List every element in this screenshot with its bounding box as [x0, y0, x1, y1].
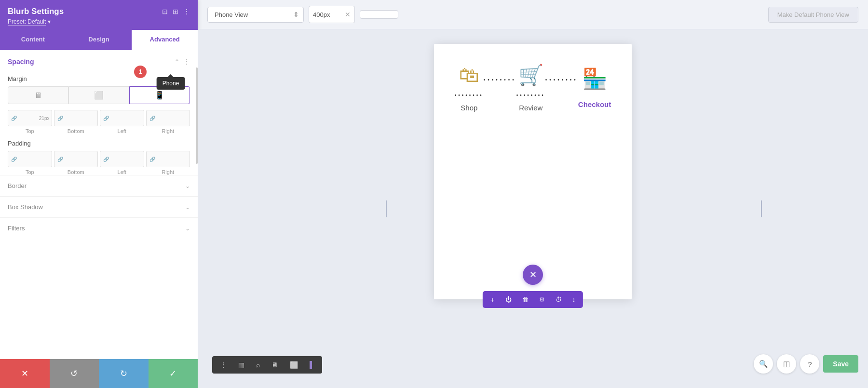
padding-bottom-wrap: 🔗 Bottom [54, 151, 98, 175]
shop-item-shop: 🛍 •••••••• Shop [455, 64, 484, 112]
add-btn[interactable]: + [486, 291, 500, 308]
sidebar: Blurb Settings ⊡ ⊞ ⋮ Preset: Default ▾ C… [0, 0, 198, 388]
toolbar-layout-btn[interactable]: ▦ [232, 356, 250, 374]
desktop-device-btn[interactable]: 🖥 [8, 86, 68, 104]
tablet-device-btn[interactable]: ⬜ [68, 86, 129, 104]
settings-btn[interactable]: ⚙ [534, 292, 550, 308]
toolbar-phone-btn[interactable]: ▌ [304, 356, 320, 374]
cancel-button[interactable]: ✕ [0, 359, 50, 388]
tab-advanced[interactable]: Advanced [132, 30, 198, 50]
border-section[interactable]: Border ⌄ [0, 175, 198, 196]
help-round-btn[interactable]: ? [800, 354, 819, 374]
view-select-wrap: Phone View Tablet View Desktop View ⇕ [207, 7, 304, 23]
shop-label: Shop [461, 104, 477, 112]
phone-device-btn[interactable]: 📱 [129, 86, 190, 104]
padding-bottom-input[interactable]: 🔗 [54, 151, 98, 167]
redo-icon: ↻ [120, 368, 127, 379]
layers-icon: ◫ [783, 360, 790, 368]
margin-left-wrap: 🔗 Left [100, 110, 144, 134]
power-btn[interactable]: ⏻ [501, 292, 516, 308]
width-clear-icon[interactable]: ✕ [345, 11, 351, 18]
section-header-right: 1 Phone ⌃ ⋮ [171, 58, 190, 66]
review-icon: 🛒 [518, 63, 543, 87]
tab-design[interactable]: Design [66, 30, 132, 50]
margin-bottom-wrap: 🔗 Bottom [54, 110, 98, 134]
layers-round-btn[interactable]: ◫ [777, 354, 796, 374]
shop-icons-row: 🛍 •••••••• Shop •••••••• 🛒 •••••••• Revi… [455, 63, 611, 112]
purple-close-button[interactable]: ✕ [523, 265, 543, 285]
margin-bottom-input[interactable]: 🔗 [54, 110, 98, 126]
margin-right-label: Right [162, 128, 174, 134]
padding-inputs: 🔗 Top 🔗 Bottom 🔗 Left 🔗 Right [0, 149, 198, 175]
padding-top-label: Top [26, 169, 34, 175]
border-chevron[interactable]: ⌄ [185, 183, 190, 189]
sidebar-bottom-bar: ✕ ↺ ↻ ✓ [0, 359, 198, 388]
box-shadow-section[interactable]: Box Shadow ⌄ [0, 196, 198, 217]
make-default-button[interactable]: Make Default Phone View [768, 7, 858, 23]
connector-dots-2: •••••••• [545, 77, 578, 98]
padding-right-label: Right [162, 169, 174, 175]
element-toolbar: + ⏻ 🗑 ⚙ ⏱ ↕ [483, 291, 583, 308]
filters-section[interactable]: Filters ⌄ [0, 217, 198, 239]
device-badge[interactable]: 1 [134, 66, 147, 78]
connector-dots-1: •••••••• [484, 77, 516, 98]
close-x-icon: ✕ [529, 269, 537, 280]
spacing-chevron[interactable]: ⌃ [175, 58, 179, 65]
preset-label[interactable]: Preset: Default ▾ [8, 18, 190, 25]
bottom-right-controls: 🔍 ◫ ? Save [754, 354, 858, 374]
padding-bottom-label: Bottom [68, 169, 84, 175]
width-input[interactable] [313, 11, 342, 18]
search-round-btn[interactable]: 🔍 [754, 354, 773, 374]
margin-inputs: 🔗 21px Top 🔗 Bottom 🔗 Left 🔗 [0, 108, 198, 134]
undo-icon: ↺ [70, 368, 78, 379]
more-icon[interactable]: ⋮ [183, 8, 190, 15]
review-dots: •••••••• [516, 93, 545, 98]
device-icons-row: 🖥 ⬜ 📱 [0, 84, 198, 108]
search-icon: 🔍 [759, 360, 768, 368]
padding-top-input[interactable]: 🔗 [8, 151, 52, 167]
resize-btn[interactable]: ↕ [568, 292, 581, 308]
padding-label: Padding [0, 134, 198, 149]
save-button[interactable]: Save [823, 355, 858, 373]
right-resize-handle[interactable] [761, 201, 762, 217]
toolbar-search-btn[interactable]: ⌕ [250, 356, 266, 374]
sidebar-tabs: Content Design Advanced [0, 30, 198, 50]
box-shadow-chevron[interactable]: ⌄ [185, 204, 190, 211]
width-extra-field [360, 10, 398, 19]
shop-dots: •••••••• [455, 93, 484, 98]
spacing-dots[interactable]: ⋮ [183, 58, 190, 66]
padding-right-input[interactable]: 🔗 [146, 151, 190, 167]
confirm-icon: ✓ [169, 368, 176, 379]
left-resize-handle[interactable] [386, 201, 387, 217]
padding-left-label: Left [118, 169, 126, 175]
undo-button[interactable]: ↺ [50, 359, 99, 388]
toolbar-desktop-btn[interactable]: 🖥 [266, 356, 284, 374]
redo-button[interactable]: ↻ [99, 359, 149, 388]
border-title: Border [8, 182, 27, 189]
margin-bottom-label: Bottom [68, 128, 84, 134]
review-label: Review [519, 104, 542, 112]
padding-left-input[interactable]: 🔗 [100, 151, 144, 167]
cancel-icon: ✕ [21, 368, 28, 379]
filters-title: Filters [8, 225, 25, 232]
tab-content[interactable]: Content [0, 30, 66, 50]
bottom-left-toolbar: ⋮ ▦ ⌕ 🖥 ⬜ ▌ [212, 356, 322, 374]
delete-btn[interactable]: 🗑 [517, 292, 533, 308]
margin-left-input[interactable]: 🔗 [100, 110, 144, 126]
padding-left-wrap: 🔗 Left [100, 151, 144, 175]
margin-right-input[interactable]: 🔗 [146, 110, 190, 126]
history-btn[interactable]: ⏱ [551, 292, 567, 308]
view-select[interactable]: Phone View Tablet View Desktop View [207, 7, 304, 23]
filters-chevron[interactable]: ⌄ [185, 225, 190, 232]
padding-top-wrap: 🔗 Top [8, 151, 52, 175]
shop-item-review: 🛒 •••••••• Review [516, 63, 545, 112]
confirm-button[interactable]: ✓ [149, 359, 198, 388]
columns-icon[interactable]: ⊞ [173, 8, 178, 15]
margin-top-input[interactable]: 🔗 21px [8, 110, 52, 126]
spacing-section-header: Spacing 1 Phone ⌃ ⋮ [0, 50, 198, 69]
fullscreen-icon[interactable]: ⊡ [162, 8, 168, 15]
box-shadow-title: Box Shadow [8, 203, 43, 211]
sidebar-content: Spacing 1 Phone ⌃ ⋮ Margin 🖥 ⬜ 📱 🔗 [0, 50, 198, 388]
toolbar-tablet-btn[interactable]: ⬜ [284, 356, 304, 374]
toolbar-dots-btn[interactable]: ⋮ [214, 356, 232, 374]
